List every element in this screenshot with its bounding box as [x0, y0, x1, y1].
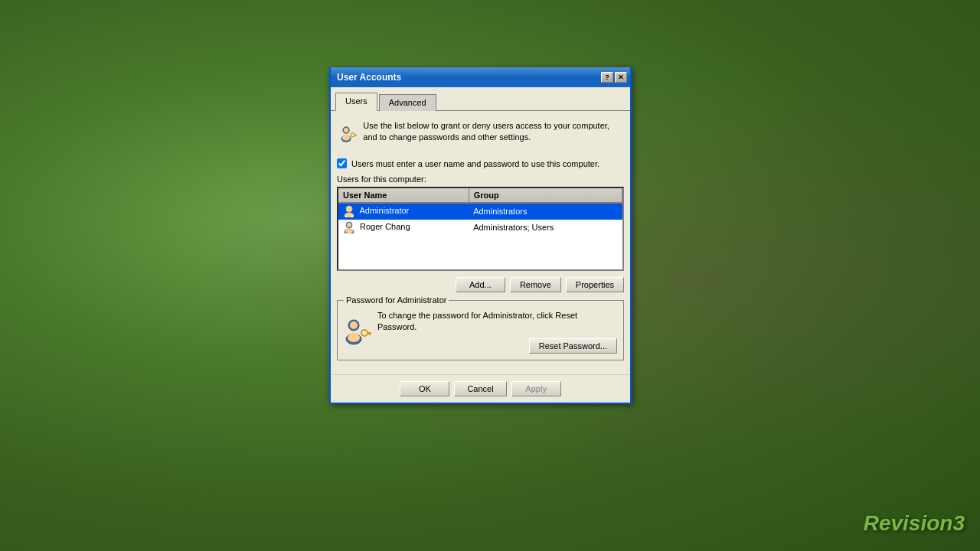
- users-table: User Name Group Adminis: [338, 188, 622, 236]
- info-text: Use the list below to grant or deny user…: [363, 120, 621, 144]
- password-icon: [344, 318, 371, 345]
- dialog-title: User Accounts: [337, 72, 601, 83]
- apply-button[interactable]: Apply: [511, 381, 561, 396]
- users-table-container: User Name Group Adminis: [337, 187, 624, 271]
- users-icon: [340, 120, 357, 148]
- reset-btn-row: Reset Password...: [377, 338, 617, 354]
- cell-group-1: Administrators; Users: [469, 220, 622, 236]
- col-group[interactable]: Group: [469, 188, 622, 203]
- remove-button[interactable]: Remove: [510, 277, 561, 292]
- password-group-title: Password for Administrator: [344, 295, 449, 305]
- user-accounts-dialog: User Accounts ? ✕ Users Advanced: [329, 67, 632, 404]
- cancel-button[interactable]: Cancel: [454, 381, 506, 396]
- tab-users-label: Users: [345, 96, 368, 106]
- password-text: To change the password for Administrator…: [377, 310, 617, 334]
- users-section-label: Users for this computer:: [337, 174, 624, 184]
- dialog-content: Use the list below to grant or deny user…: [331, 111, 630, 374]
- cell-username-0: Administrator: [338, 203, 469, 220]
- password-content: To change the password for Administrator…: [344, 310, 617, 354]
- tab-advanced[interactable]: Advanced: [379, 94, 436, 111]
- tab-area: Users Advanced: [331, 87, 630, 111]
- svg-point-14: [347, 223, 351, 227]
- title-bar: User Accounts ? ✕: [331, 67, 630, 87]
- table-row[interactable]: Roger Chang Administrators; Users: [338, 220, 622, 236]
- svg-point-15: [345, 229, 353, 233]
- reset-password-button[interactable]: Reset Password...: [529, 338, 617, 354]
- table-buttons-row: Add... Remove Properties: [337, 277, 624, 292]
- svg-point-20: [361, 330, 368, 336]
- svg-point-4: [351, 133, 354, 137]
- user-row-icon-0: [343, 205, 355, 217]
- svg-point-3: [342, 135, 350, 140]
- watermark-logo: Revision3: [864, 511, 965, 536]
- tab-users[interactable]: Users: [335, 93, 377, 111]
- svg-point-10: [347, 207, 351, 211]
- close-button[interactable]: ✕: [615, 72, 627, 83]
- password-info: To change the password for Administrator…: [377, 310, 617, 354]
- cell-username-1: Roger Chang: [338, 220, 469, 236]
- table-row[interactable]: Administrator Administrators: [338, 203, 622, 220]
- dialog-footer: OK Cancel Apply: [331, 374, 630, 403]
- user-row-icon-1: [343, 221, 355, 233]
- tab-advanced-label: Advanced: [389, 98, 426, 107]
- ok-button[interactable]: OK: [400, 381, 449, 396]
- svg-point-11: [345, 213, 353, 217]
- col-username[interactable]: User Name: [338, 188, 469, 203]
- require-password-checkbox[interactable]: [337, 158, 347, 168]
- require-password-label: Users must enter a user name and passwor…: [351, 159, 599, 168]
- require-password-checkbox-row: Users must enter a user name and passwor…: [337, 158, 624, 168]
- add-button[interactable]: Add...: [456, 277, 505, 292]
- help-button[interactable]: ?: [601, 72, 613, 83]
- svg-point-2: [344, 128, 348, 132]
- password-group-box: Password for Administrator To change the…: [337, 300, 624, 360]
- properties-button[interactable]: Properties: [566, 277, 624, 292]
- title-bar-buttons: ? ✕: [601, 72, 627, 83]
- info-banner: Use the list below to grant or deny user…: [337, 117, 624, 151]
- svg-point-18: [350, 321, 358, 329]
- cell-group-0: Administrators: [469, 203, 622, 220]
- svg-point-19: [348, 333, 360, 342]
